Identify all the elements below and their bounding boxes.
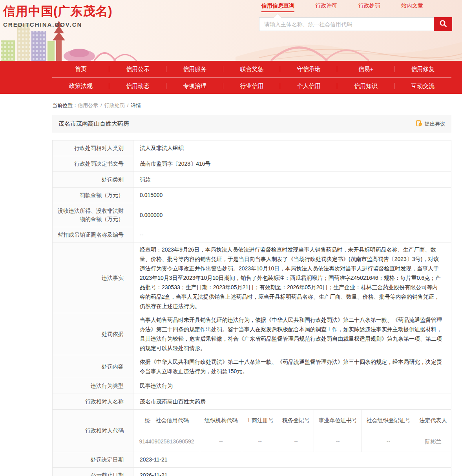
codes-value-tax-reg: -- (278, 431, 314, 452)
quick-link-admin-penalty[interactable]: 行政处罚 (358, 2, 380, 12)
nav-item-joint-rewards[interactable]: 联合奖惩 (223, 61, 280, 77)
row-label: 行政处罚决定书文号 (53, 156, 133, 172)
row-label: 公示截止日期 (53, 468, 133, 476)
nav-row-2: 政策法规 信用动态 专项治理 行业信用 个人信用 信用知识 互动交流 (52, 77, 451, 94)
table-row-codes: 行政相对人代码 统一社会信用代码 组织机构代码 工商注册号 税务登记号 事业单位… (53, 410, 451, 452)
title-bar: 茂名市茂南高山百姓大药房 提出异议 (52, 115, 451, 133)
row-label: 行政相对人代码 (53, 410, 133, 452)
table-row: 行政相对人名称 茂名市茂南高山百姓大药房 (53, 394, 451, 410)
row-value: 0.000000 (133, 203, 451, 227)
table-row: 处罚内容 依据《中华人民共和国行政处罚法》第二十八条第一款、《药品流通监督管理办… (53, 355, 451, 378)
breadcrumb-separator: / (127, 102, 129, 108)
codes-header-tax-reg: 税务登记号 (278, 410, 314, 431)
nav-item-credit-publicity[interactable]: 信用公示 (109, 61, 166, 77)
codes-header-row: 统一社会信用代码 组织机构代码 工商注册号 税务登记号 事业单位证书号 社会组织… (133, 410, 451, 431)
search-caret (274, 14, 281, 18)
quick-link-admin-license[interactable]: 行政许可 (315, 2, 337, 12)
row-value: 统一社会信用代码 组织机构代码 工商注册号 税务登记号 事业单位证书号 社会组织… (133, 410, 451, 452)
row-value: 依据《中华人民共和国行政处罚法》第二十八条第一款、《药品流通监督管理办法》第三十… (133, 355, 451, 378)
nav-item-industry-credit[interactable]: 行业信用 (223, 78, 280, 94)
row-value: 罚款 (133, 172, 451, 188)
site-logo-title: 信用中国(广东茂名) (3, 3, 113, 20)
row-value: 2026-11-21 (133, 468, 451, 476)
nav-item-credit-service[interactable]: 信用服务 (166, 61, 223, 77)
dispute-icon (416, 120, 422, 128)
search-icon (439, 19, 447, 29)
codes-header-legal-rep: 法定代表人 (415, 410, 451, 431)
dispute-button-label: 提出异议 (425, 120, 445, 128)
nav-item-credit-knowledge[interactable]: 信用知识 (337, 78, 394, 94)
breadcrumb-separator: / (100, 102, 102, 108)
site-logo: 信用中国(广东茂名) CREDITCHINA.GOV.CN (3, 3, 113, 28)
codes-value-row: 914409025813690592 -- -- -- -- -- 阮彬兰 (133, 431, 451, 452)
row-label: 没收违法所得、没收非法财物的金额（万元） (53, 203, 133, 227)
row-label: 处罚内容 (53, 355, 133, 378)
nav-item-credit-news[interactable]: 信用动态 (109, 78, 166, 94)
table-row: 行政处罚相对人类别 法人及非法人组织 (53, 140, 451, 156)
breadcrumb-prefix: 当前位置： (52, 102, 78, 108)
quick-links: 信用信息查询 行政许可 行政处罚 站内文章 (261, 2, 423, 12)
nav-item-policy-laws[interactable]: 政策法规 (52, 78, 109, 94)
table-row: 违法事实 经查明：2023年9月26日，本局执法人员依法进行监督检查时发现当事人… (53, 243, 451, 313)
quick-link-credit-info-search[interactable]: 信用信息查询 (261, 2, 294, 12)
codes-header-uscc: 统一社会信用代码 (133, 410, 200, 431)
table-row: 行政处罚决定书文号 茂南市监罚字〔2023〕416号 (53, 156, 451, 172)
breadcrumb-link-credit-publicity[interactable]: 信用公示 (78, 102, 98, 108)
codes-value-social-org-cert: -- (362, 431, 415, 452)
codes-header-business-reg: 工商注册号 (242, 410, 278, 431)
codes-value-institution-cert: -- (314, 431, 362, 452)
row-value: 2023-11-21 (133, 452, 451, 468)
nav-item-credit-repair[interactable]: 信用修复 (394, 61, 451, 77)
nav-item-credit-plus[interactable]: 信易+ (337, 61, 394, 77)
codes-header-org-code: 组织机构代码 (200, 410, 242, 431)
site-logo-subtitle: CREDITCHINA.GOV.CN (3, 21, 113, 28)
table-row: 处罚类别 罚款 (53, 172, 451, 188)
codes-value-uscc: 914409025813690592 (133, 431, 200, 452)
table-row: 处罚依据 当事人销售药品时未开具销售凭证的违法行为，依据《中华人民共和国行政处罚… (53, 313, 451, 355)
row-label: 处罚决定日期 (53, 452, 133, 468)
quick-link-site-articles[interactable]: 站内文章 (401, 2, 423, 12)
table-row: 公示截止日期 2026-11-21 (53, 468, 451, 476)
row-label: 罚款金额（万元） (53, 188, 133, 203)
row-label: 行政处罚相对人类别 (53, 140, 133, 156)
breadcrumb-current: 详情 (131, 102, 141, 108)
table-row: 处罚决定日期 2023-11-21 (53, 452, 451, 468)
main-nav: 首页 信用公示 信用服务 联合奖惩 守信承诺 信易+ 信用修复 政策法规 信用动… (0, 61, 462, 94)
nav-item-special-governance[interactable]: 专项治理 (166, 78, 223, 94)
row-value: 经查明：2023年9月26日，本局执法人员依法进行监督检查时发现当事人销售药品时… (133, 243, 451, 313)
search-button[interactable] (434, 17, 452, 31)
row-value: 茂南市监罚字〔2023〕416号 (133, 156, 451, 172)
relative-person-codes-table: 统一社会信用代码 组织机构代码 工商注册号 税务登记号 事业单位证书号 社会组织… (133, 410, 451, 452)
row-label: 处罚依据 (53, 313, 133, 355)
table-row: 暂扣或吊销证照名称及编号 -- (53, 227, 451, 243)
row-label: 违法事实 (53, 243, 133, 313)
row-value: 茂名市茂南高山百姓大药房 (133, 394, 451, 410)
nav-item-personal-credit[interactable]: 个人信用 (280, 78, 337, 94)
nav-item-trust-commitment[interactable]: 守信承诺 (280, 61, 337, 77)
search-bar (259, 17, 452, 31)
page-title: 茂名市茂南高山百姓大药房 (58, 120, 129, 128)
row-value: 0.015000 (133, 188, 451, 203)
nav-item-interaction[interactable]: 互动交流 (394, 78, 451, 94)
breadcrumb-link-admin-penalty[interactable]: 行政处罚 (104, 102, 125, 108)
breadcrumb: 当前位置：信用公示/行政处罚/详情 (52, 102, 451, 109)
main-content: 当前位置：信用公示/行政处罚/详情 茂名市茂南高山百姓大药房 提出异议 (52, 102, 451, 476)
row-label: 违法行为类型 (53, 378, 133, 394)
nav-row-1: 首页 信用公示 信用服务 联合奖惩 守信承诺 信易+ 信用修复 (52, 61, 451, 77)
codes-header-institution-cert: 事业单位证书号 (314, 410, 362, 431)
codes-value-org-code: -- (200, 431, 242, 452)
site-header: 信用中国(广东茂名) CREDITCHINA.GOV.CN 信用信息查询 行政许… (0, 0, 462, 61)
row-label: 暂扣或吊销证照名称及编号 (53, 227, 133, 243)
row-label: 处罚类别 (53, 172, 133, 188)
row-value: 当事人销售药品时未开具销售凭证的违法行为，依据《中华人民共和国行政处罚法》第二十… (133, 313, 451, 355)
dispute-button[interactable]: 提出异议 (416, 120, 445, 128)
nav-item-home[interactable]: 首页 (52, 61, 109, 77)
header-right: 信用信息查询 行政许可 行政处罚 站内文章 (259, 2, 452, 31)
row-value: -- (133, 227, 451, 243)
page: 信用中国(广东茂名) CREDITCHINA.GOV.CN 信用信息查询 行政许… (0, 0, 462, 476)
codes-value-business-reg: -- (242, 431, 278, 452)
codes-header-social-org-cert: 社会组织登记证号 (362, 410, 415, 431)
row-value: 民事违法行为 (133, 378, 451, 394)
row-label: 行政相对人名称 (53, 394, 133, 410)
search-input[interactable] (259, 17, 434, 31)
